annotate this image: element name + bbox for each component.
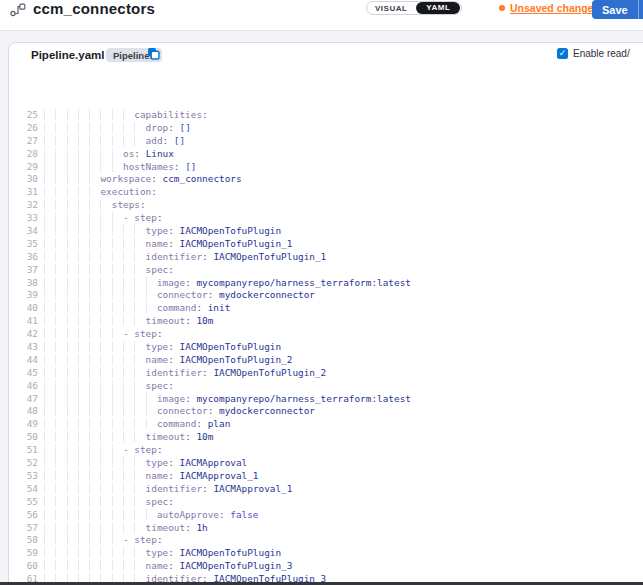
code-line-50[interactable]: 50 timeout: 10m	[18, 431, 643, 444]
pipeline-graph-icon	[10, 3, 26, 17]
unsaved-changes-label: Unsaved changes	[510, 2, 599, 14]
line-number: 32	[18, 199, 44, 212]
copy-icon[interactable]	[147, 47, 160, 60]
line-number: 39	[18, 289, 44, 302]
code-line-54[interactable]: 54 identifier: IACMApproval_1	[18, 483, 643, 496]
code-line-57[interactable]: 57 timeout: 1h	[18, 522, 643, 535]
line-number: 25	[18, 109, 44, 122]
line-number: 38	[18, 277, 44, 290]
line-number: 56	[18, 509, 44, 522]
code-line-41[interactable]: 41 timeout: 10m	[18, 315, 643, 328]
code-line-59[interactable]: 59 type: IACMOpenTofuPlugin	[18, 547, 643, 560]
code-line-39[interactable]: 39 connector: mydockerconnector	[18, 289, 643, 302]
line-number: 37	[18, 264, 44, 277]
line-number: 51	[18, 444, 44, 457]
code-line-42[interactable]: 42 - step:	[18, 328, 643, 341]
line-number: 40	[18, 302, 44, 315]
line-number: 30	[18, 173, 44, 186]
code-line-40[interactable]: 40 command: init	[18, 302, 643, 315]
code-line-55[interactable]: 55 spec:	[18, 496, 643, 509]
line-number: 59	[18, 547, 44, 560]
file-name-tab: Pipeline.yaml	[31, 49, 105, 61]
code-line-52[interactable]: 52 type: IACMApproval	[18, 457, 643, 470]
line-number: 53	[18, 470, 44, 483]
line-number: 60	[18, 560, 44, 573]
code-line-38[interactable]: 38 image: mycompanyrepo/harness_terrafor…	[18, 277, 643, 290]
line-number: 45	[18, 367, 44, 380]
line-number: 44	[18, 354, 44, 367]
code-line-51[interactable]: 51 - step:	[18, 444, 643, 457]
line-number: 47	[18, 393, 44, 406]
unsaved-dot-icon	[499, 5, 505, 11]
line-number: 36	[18, 251, 44, 264]
code-line-53[interactable]: 53 name: IACMApproval_1	[18, 470, 643, 483]
unsaved-changes-link[interactable]: Unsaved changes	[499, 2, 599, 14]
line-number: 33	[18, 212, 44, 225]
line-number: 52	[18, 457, 44, 470]
editor-tab-bar: Pipeline.yaml Pipelines ✓ Enable read/	[9, 43, 643, 67]
line-number: 27	[18, 135, 44, 148]
line-number: 55	[18, 496, 44, 509]
code-line-47[interactable]: 47 image: mycompanyrepo/harness_terrafor…	[18, 393, 643, 406]
code-line-37[interactable]: 37 spec:	[18, 264, 643, 277]
code-line-29[interactable]: 29 hostNames: []	[18, 161, 643, 174]
line-number: 29	[18, 161, 44, 174]
code-line-43[interactable]: 43 type: IACMOpenTofuPlugin	[18, 341, 643, 354]
code-line-27[interactable]: 27 add: []	[18, 135, 643, 148]
line-number: 43	[18, 341, 44, 354]
code-line-33[interactable]: 33 - step:	[18, 212, 643, 225]
code-line-30[interactable]: 30 workspace: ccm_connectors	[18, 173, 643, 186]
visual-yaml-toggle: VISUAL YAML	[366, 1, 462, 15]
code-line-58[interactable]: 58 - step:	[18, 534, 643, 547]
line-number: 54	[18, 483, 44, 496]
line-number: 48	[18, 405, 44, 418]
line-number: 41	[18, 315, 44, 328]
save-button[interactable]: Save	[592, 4, 638, 16]
line-number: 57	[18, 522, 44, 535]
line-number: 34	[18, 225, 44, 238]
code-line-32[interactable]: 32 steps:	[18, 199, 643, 212]
code-line-49[interactable]: 49 command: plan	[18, 418, 643, 431]
code-line-31[interactable]: 31 execution:	[18, 186, 643, 199]
page-title: ccm_connectors	[33, 0, 155, 17]
line-number: 58	[18, 534, 44, 547]
top-header: ccm_connectors VISUAL YAML Unsaved chang…	[0, 0, 643, 31]
code-line-48[interactable]: 48 connector: mydockerconnector	[18, 405, 643, 418]
toggle-yaml-button[interactable]: YAML	[416, 2, 460, 14]
enable-edit-label: Enable read/	[573, 48, 630, 59]
save-split-button: Save	[592, 0, 643, 19]
code-line-26[interactable]: 26 drop: []	[18, 122, 643, 135]
code-line-35[interactable]: 35 name: IACMOpenTofuPlugin_1	[18, 238, 643, 251]
line-number: 42	[18, 328, 44, 341]
line-number: 31	[18, 186, 44, 199]
toggle-visual-button[interactable]: VISUAL	[367, 4, 415, 13]
line-number: 50	[18, 431, 44, 444]
code-line-25[interactable]: 25 capabilities:	[18, 109, 643, 122]
code-line-46[interactable]: 46 spec:	[18, 380, 643, 393]
line-number: 49	[18, 418, 44, 431]
enable-edit-toggle[interactable]: ✓ Enable read/	[557, 48, 630, 59]
line-number: 28	[18, 148, 44, 161]
checkbox-checked-icon[interactable]: ✓	[557, 48, 568, 59]
code-line-44[interactable]: 44 name: IACMOpenTofuPlugin_2	[18, 354, 643, 367]
code-line-34[interactable]: 34 type: IACMOpenTofuPlugin	[18, 225, 643, 238]
save-options-button[interactable]	[639, 7, 643, 13]
line-number: 35	[18, 238, 44, 251]
code-line-36[interactable]: 36 identifier: IACMOpenTofuPlugin_1	[18, 251, 643, 264]
code-line-28[interactable]: 28 os: Linux	[18, 148, 643, 161]
yaml-editor-panel: Pipeline.yaml Pipelines ✓ Enable read/ 2…	[8, 42, 643, 585]
code-line-45[interactable]: 45 identifier: IACMOpenTofuPlugin_2	[18, 367, 643, 380]
line-number: 26	[18, 122, 44, 135]
line-number: 46	[18, 380, 44, 393]
code-line-60[interactable]: 60 name: IACMOpenTofuPlugin_3	[18, 560, 643, 573]
code-lines[interactable]: 25 capabilities:26 drop: []27 add: []28 …	[18, 109, 643, 585]
code-line-56[interactable]: 56 autoApprove: false	[18, 509, 643, 522]
